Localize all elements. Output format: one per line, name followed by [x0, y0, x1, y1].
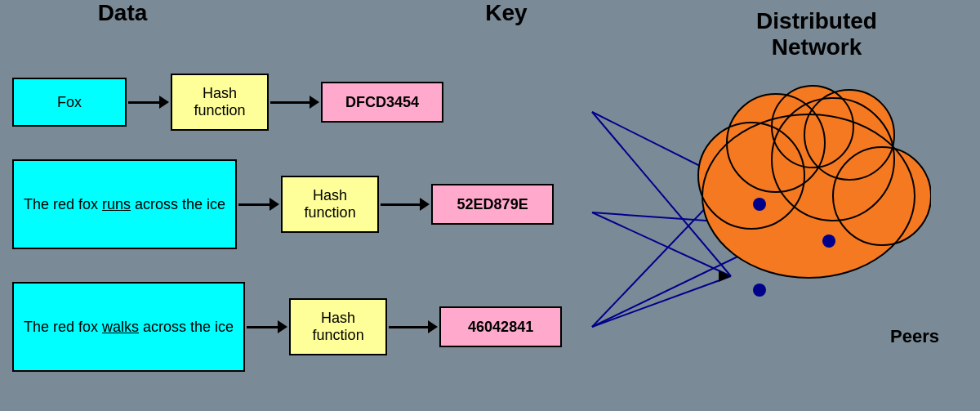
key-box-1: DFCD3454 — [321, 82, 443, 123]
row-2: The red fox runs across the ice Hashfunc… — [12, 159, 554, 249]
peers-label: Peers — [890, 326, 939, 347]
data-box-1: Fox — [12, 78, 127, 127]
arrow-1b — [270, 94, 319, 110]
network-section: Peers — [678, 45, 956, 355]
runs-underline: runs — [102, 196, 131, 212]
key-box-2: 52ED879E — [431, 184, 554, 225]
arrow-2b — [381, 196, 430, 212]
arrow-2a — [238, 196, 279, 212]
svg-point-25 — [822, 235, 835, 248]
walks-underline: walks — [102, 319, 139, 335]
cloud-svg — [686, 69, 931, 306]
svg-point-26 — [753, 284, 766, 297]
arrow-3a — [247, 319, 287, 335]
arrow-3b — [389, 319, 438, 335]
key-header: Key — [441, 0, 572, 26]
hash-box-3: Hashfunction — [289, 298, 387, 355]
row-1: Fox Hashfunction DFCD3454 — [12, 74, 443, 131]
data-box-3: The red fox walks across the ice — [12, 282, 245, 372]
row-3: The red fox walks across the ice Hashfun… — [12, 282, 562, 372]
hash-box-1: Hashfunction — [171, 74, 269, 131]
svg-point-24 — [753, 198, 766, 211]
hash-box-2: Hashfunction — [281, 176, 379, 233]
data-box-2: The red fox runs across the ice — [12, 159, 237, 249]
key-box-3: 46042841 — [439, 306, 562, 347]
arrow-1a — [128, 94, 169, 110]
data-header: Data — [49, 0, 196, 26]
